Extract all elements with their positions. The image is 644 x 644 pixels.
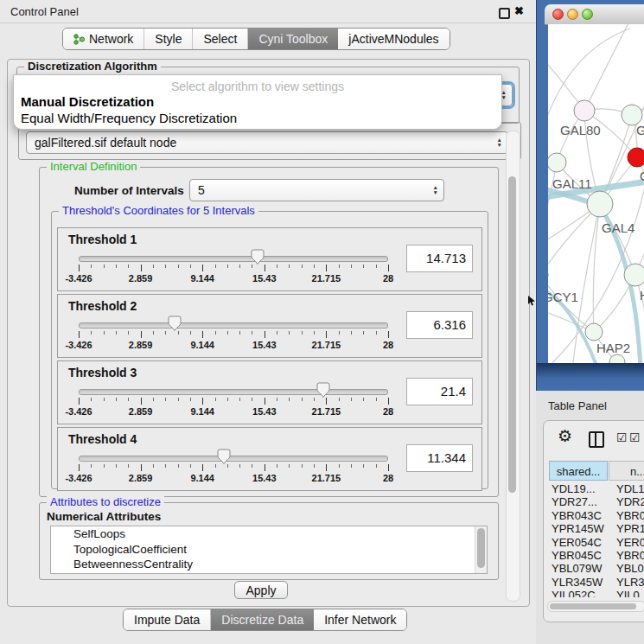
slider-track[interactable] — [79, 389, 388, 395]
slider-tick — [202, 265, 203, 271]
tab-network[interactable]: Network — [63, 29, 144, 49]
threshold-value-field[interactable]: 11.344 — [406, 444, 473, 472]
threshold-slider[interactable]: -3.4262.8599.14415.4321.71528 — [79, 317, 388, 354]
tab-select[interactable]: Select — [193, 29, 248, 49]
slider-tick — [302, 398, 303, 401]
slider-tick — [239, 464, 240, 468]
table-horizontal-scrollbar[interactable] — [547, 601, 644, 612]
apply-button[interactable]: Apply — [234, 581, 288, 599]
network-node[interactable] — [624, 264, 644, 286]
slider-track[interactable] — [79, 256, 388, 262]
shared-name-cell: YBL079W — [552, 562, 603, 575]
node-table[interactable]: shared... n... YDL19... YDL1 YDR27... YD… — [549, 461, 644, 597]
threshold-slider[interactable]: -3.4262.8599.14415.4321.71528 — [79, 450, 388, 487]
threshold-slider[interactable]: -3.4262.8599.14415.4321.71528 — [79, 251, 388, 287]
slider-tick-marks — [79, 331, 388, 339]
column-header-name[interactable]: n... — [609, 461, 644, 481]
slider-tick — [326, 464, 327, 471]
slider-thumb[interactable] — [217, 449, 231, 465]
network-canvas[interactable]: GAL80GACGAL11GAL4GCY1HHAP2 — [548, 24, 644, 363]
slider-scale-label: 9.144 — [190, 273, 214, 284]
scrollbar-thumb[interactable] — [508, 176, 516, 493]
network-node[interactable] — [585, 323, 603, 341]
close-icon[interactable]: ✖ — [514, 4, 524, 17]
table-row[interactable]: YBR043C YBR0 — [549, 509, 644, 522]
shared-name-cell: YER054C — [552, 536, 602, 549]
minimize-traffic-light-icon[interactable] — [567, 9, 578, 20]
slider-tick — [91, 265, 92, 268]
attribute-item[interactable]: TopologicalCoefficient — [51, 542, 487, 558]
name-cell: YIL0 — [616, 589, 640, 597]
table-row[interactable]: YDR27... YDR2 — [549, 495, 644, 508]
slider-tick — [339, 331, 340, 335]
attribute-item[interactable]: BetweennessCentrality — [51, 557, 487, 572]
network-node[interactable] — [574, 100, 595, 121]
slider-tick — [252, 331, 252, 335]
table-data-select[interactable]: galFiltered.sif default node ▲▼ — [26, 131, 508, 154]
checkbox-icon[interactable]: ☑ — [616, 430, 628, 444]
zoom-traffic-light-icon[interactable] — [582, 9, 593, 20]
dropdown-option-equal-width[interactable]: Equal Width/Frequency Discretization — [14, 110, 501, 126]
gear-icon[interactable]: ⚙ — [558, 426, 572, 446]
slider-tick — [314, 398, 315, 401]
slider-tick — [153, 398, 154, 401]
dropdown-placeholder: Select algorithm to view settings — [14, 80, 501, 93]
network-node[interactable] — [587, 191, 613, 217]
slider-tick — [388, 331, 389, 338]
thresholds-group: Threshold's Coordinates for 5 Intervals … — [51, 211, 488, 489]
bottom-tab-bar: Impute Data Discretize Data Infer Networ… — [123, 609, 407, 631]
tab-cyni-toolbox[interactable]: Cyni Toolbox — [248, 29, 338, 49]
network-view-window: GAL80GACGAL11GAL4GCY1HHAP2 — [536, 0, 644, 391]
table-row[interactable]: YBL079W YBL0 — [549, 562, 644, 575]
threshold-value-field[interactable]: 14.713 — [406, 245, 473, 272]
threshold-slider[interactable]: -3.4262.8599.14415.4321.71528 — [79, 384, 388, 420]
slider-tick — [79, 398, 80, 405]
slider-track[interactable] — [79, 456, 388, 462]
name-cell: YLR3 — [616, 576, 644, 589]
float-window-icon[interactable] — [499, 8, 510, 19]
scrollbar-thumb[interactable] — [477, 528, 485, 568]
close-traffic-light-icon[interactable] — [552, 9, 564, 20]
column-header-shared-name[interactable]: shared... — [549, 461, 608, 481]
slider-tick — [363, 464, 364, 468]
network-node[interactable] — [548, 153, 566, 172]
slider-tick — [376, 265, 377, 268]
slider-thumb[interactable] — [316, 382, 330, 399]
checkbox-icon[interactable]: ☑ — [629, 430, 641, 444]
tab-infer-network[interactable]: Infer Network — [314, 609, 406, 630]
network-node[interactable] — [609, 354, 625, 363]
network-node[interactable] — [628, 148, 644, 167]
numerical-attributes-list[interactable]: SelfLoopsTopologicalCoefficientBetweenne… — [50, 526, 488, 574]
threshold-value-field[interactable]: 6.316 — [406, 311, 473, 339]
network-icon — [73, 34, 85, 45]
table-row[interactable]: YIL052C YIL0 — [549, 589, 644, 597]
dropdown-option-manual[interactable]: Manual Discretization — [14, 93, 501, 110]
slider-track[interactable] — [79, 322, 388, 328]
network-window-titlebar[interactable] — [545, 4, 644, 25]
slider-thumb[interactable] — [168, 316, 182, 332]
list-vertical-scrollbar[interactable] — [475, 526, 487, 573]
table-row[interactable]: YBR045C YBR0 — [549, 549, 644, 562]
table-row[interactable]: YPR145W YPR1 — [549, 522, 644, 535]
slider-tick — [277, 398, 277, 401]
slider-tick — [227, 331, 228, 335]
table-panel-title: Table Panel — [548, 399, 607, 412]
slider-thumb[interactable] — [251, 249, 265, 265]
attribute-item[interactable]: SelfLoops — [51, 526, 487, 542]
cyni-toolbox-panel: Discretization Algorithm ▲▼ Select algor… — [7, 59, 530, 607]
tab-impute-data[interactable]: Impute Data — [124, 609, 211, 630]
scrollbar-thumb[interactable] — [550, 603, 636, 609]
num-intervals-select[interactable]: 5 ▲▼ — [189, 179, 444, 201]
tab-jactivemnodules[interactable]: jActiveMNodules — [338, 29, 449, 49]
slider-scale-label: 15.43 — [252, 406, 277, 417]
tab-style[interactable]: Style — [144, 29, 193, 49]
table-row[interactable]: YDL19... YDL1 — [549, 482, 644, 495]
table-row[interactable]: YLR345W YLR3 — [549, 576, 644, 589]
slider-tick — [128, 265, 129, 268]
columns-icon[interactable] — [589, 431, 604, 448]
threshold-value-field[interactable]: 21.4 — [406, 378, 473, 405]
table-row[interactable]: YER054C YER0 — [549, 536, 644, 549]
panel-vertical-scrollbar[interactable] — [506, 131, 520, 602]
slider-tick — [326, 331, 327, 338]
tab-discretize-data[interactable]: Discretize Data — [211, 609, 314, 630]
